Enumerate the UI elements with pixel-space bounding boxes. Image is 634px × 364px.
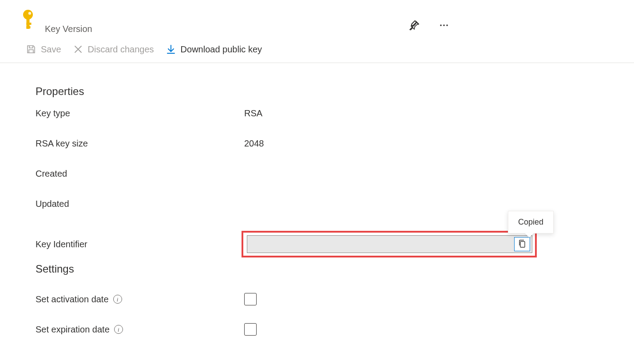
more-button[interactable] (436, 17, 452, 35)
key-identifier-row: Key Identifier Copied (36, 229, 616, 259)
key-identifier-field (247, 235, 532, 253)
expiration-date-checkbox[interactable] (244, 323, 257, 336)
svg-point-7 (446, 24, 448, 26)
copy-icon (518, 239, 526, 249)
svg-rect-4 (26, 26, 30, 28)
page-header: Key Version (0, 9, 634, 34)
expiration-date-row: Set expiration date i (36, 314, 616, 344)
settings-section-title: Settings (36, 263, 616, 275)
pin-icon (408, 20, 420, 32)
toolbar: Save Discard changes Download public key (0, 34, 634, 63)
more-icon (439, 20, 449, 32)
info-icon[interactable]: i (114, 325, 123, 334)
save-button[interactable]: Save (25, 42, 62, 56)
copy-button[interactable] (514, 237, 530, 251)
rsa-size-label: RSA key size (36, 138, 244, 149)
key-type-label: Key type (36, 108, 244, 119)
properties-section-title: Properties (36, 85, 616, 98)
activation-date-text: Set activation date (36, 294, 109, 305)
key-type-row: Key type RSA (36, 108, 616, 138)
svg-point-5 (440, 24, 442, 26)
key-identifier-input[interactable] (247, 236, 514, 253)
activation-date-checkbox[interactable] (244, 293, 257, 305)
discard-button[interactable]: Discard changes (72, 42, 155, 56)
download-label: Download public key (181, 44, 262, 55)
expiration-date-label: Set expiration date i (36, 324, 244, 335)
save-label: Save (41, 44, 61, 55)
key-type-value: RSA (244, 108, 262, 119)
updated-label: Updated (36, 199, 244, 209)
info-icon[interactable]: i (113, 295, 122, 304)
key-icon (18, 9, 38, 31)
highlight-annotation (242, 231, 537, 257)
rsa-size-row: RSA key size 2048 (36, 138, 616, 169)
svg-rect-8 (520, 241, 525, 247)
key-identifier-label: Key Identifier (36, 239, 244, 249)
copied-tooltip: Copied (508, 211, 554, 233)
svg-point-6 (443, 24, 445, 26)
created-row: Created (36, 169, 616, 199)
close-icon (73, 44, 83, 55)
expiration-date-text: Set expiration date (36, 324, 110, 335)
created-label: Created (36, 169, 244, 179)
page-subtitle: Key Version (45, 24, 92, 34)
save-icon (26, 44, 36, 55)
rsa-size-value: 2048 (244, 138, 264, 149)
svg-point-1 (28, 12, 31, 15)
activation-date-row: Set activation date i (36, 284, 616, 314)
svg-rect-3 (26, 23, 31, 25)
activation-date-label: Set activation date i (36, 294, 244, 305)
svg-point-0 (23, 10, 33, 20)
discard-label: Discard changes (88, 44, 154, 55)
pin-button[interactable] (406, 17, 423, 35)
download-public-key-button[interactable]: Download public key (165, 42, 263, 56)
download-icon (166, 44, 176, 55)
